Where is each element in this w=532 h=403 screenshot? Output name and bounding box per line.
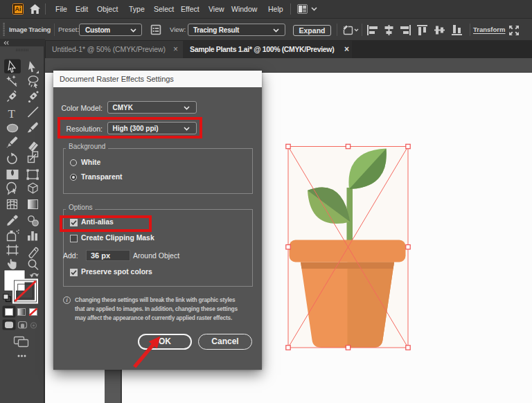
svg-text:T: T (8, 107, 16, 120)
